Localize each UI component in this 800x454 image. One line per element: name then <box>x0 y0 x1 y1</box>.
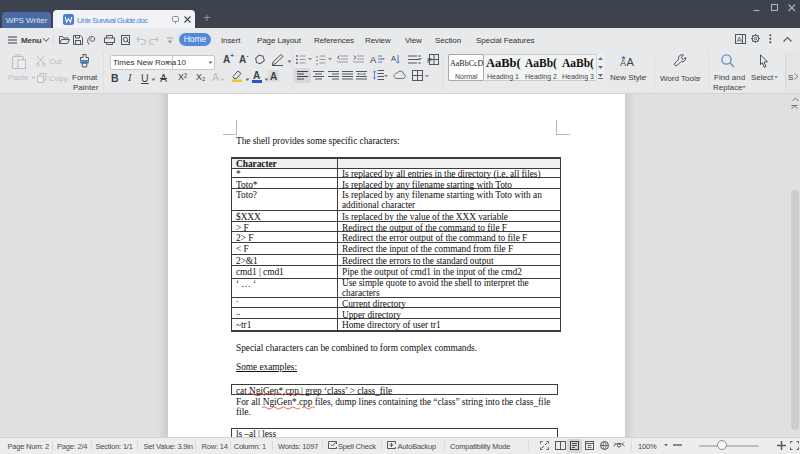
svg-text:A: A <box>391 54 396 63</box>
svg-text:F: F <box>427 56 432 65</box>
svg-text:A: A <box>370 54 377 65</box>
svg-text:A: A <box>627 56 635 68</box>
svg-text:A: A <box>737 35 742 44</box>
